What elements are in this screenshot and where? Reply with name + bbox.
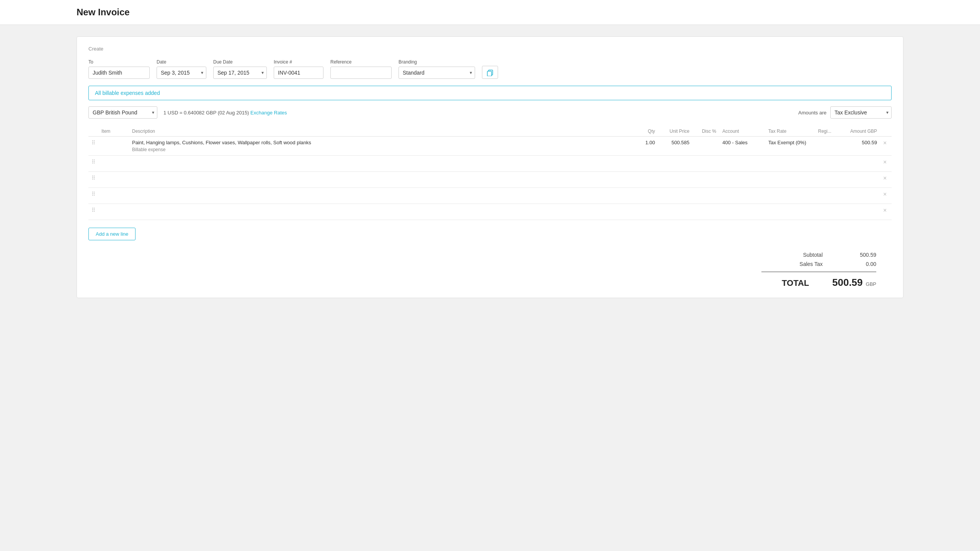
exchange-info: 1 USD = 0.640082 GBP (02 Aug 2015) Excha… [163, 110, 287, 116]
row1-item-input[interactable] [101, 140, 126, 147]
date-select-wrapper[interactable]: Sep 3, 2015 [157, 67, 206, 79]
currency-select[interactable]: GBP British Pound [88, 106, 157, 119]
total-currency: GBP [866, 281, 876, 287]
table-row: ⠿ × [88, 156, 892, 172]
branding-label: Branding [399, 59, 475, 65]
copy-button[interactable] [482, 66, 498, 79]
subtotal-value: 500.59 [846, 252, 876, 258]
col-account-header: Account [719, 126, 765, 137]
due-date-label: Due Date [213, 59, 267, 65]
to-label: To [88, 59, 150, 65]
row1-description-text: Paint, Hanging lamps, Cushions, Flower v… [132, 140, 628, 145]
delete-icon[interactable]: × [883, 207, 887, 214]
exchange-rates-link[interactable]: Exchange Rates [250, 110, 287, 116]
reference-label: Reference [330, 59, 392, 65]
row1-delete[interactable]: × [880, 137, 892, 156]
amounts-are: Amounts are Tax Exclusive [798, 106, 892, 119]
form-row: To Date Sep 3, 2015 Due Date Sep 17, 201… [88, 59, 892, 79]
invoice-input[interactable] [274, 67, 323, 79]
billable-notice: All billable expenses added [88, 86, 892, 100]
row1-qty: 1.00 [631, 137, 658, 156]
col-disc-header: Disc % [693, 126, 719, 137]
sales-tax-label: Sales Tax [784, 261, 823, 267]
row1-desc: Paint, Hanging lamps, Cushions, Flower v… [129, 137, 631, 156]
row1-regi [815, 137, 838, 156]
page-header: New Invoice [0, 0, 980, 25]
copy-icon [486, 68, 494, 76]
reference-input[interactable] [330, 67, 392, 79]
page-title: New Invoice [77, 7, 965, 18]
row1-unit-price: 500.585 [658, 137, 693, 156]
invoice-label: Invoice # [274, 59, 323, 65]
row1-item[interactable] [98, 137, 129, 156]
col-drag-header [88, 126, 98, 137]
subtotal-label: Subtotal [784, 252, 823, 258]
totals-section: Subtotal 500.59 Sales Tax 0.00 TOTAL 500… [88, 252, 892, 289]
branding-select-wrapper[interactable]: Standard [399, 67, 475, 79]
row1-billable-label: Billable expense [132, 147, 628, 152]
col-qty-header: Qty [631, 126, 658, 137]
table-header: Item Description Qty Unit Price Disc % A… [88, 126, 892, 137]
col-item-header: Item [98, 126, 129, 137]
invoice-card: Create To Date Sep 3, 2015 Due Date [77, 36, 903, 298]
invoice-field-group: Invoice # [274, 59, 323, 79]
currency-select-wrapper[interactable]: GBP British Pound [88, 106, 157, 119]
delete-icon[interactable]: × [883, 175, 887, 181]
table-row: ⠿ × [88, 172, 892, 188]
drag-handle[interactable]: ⠿ [88, 137, 98, 156]
add-new-line-button[interactable]: Add a new line [88, 228, 136, 240]
reference-field-group: Reference [330, 59, 392, 79]
svg-rect-1 [487, 71, 492, 76]
total-divider [761, 272, 876, 272]
main-content: Create To Date Sep 3, 2015 Due Date [0, 25, 980, 310]
table-row: ⠿ × [88, 204, 892, 220]
due-date-select[interactable]: Sep 17, 2015 [213, 67, 267, 79]
line-items-table: Item Description Qty Unit Price Disc % A… [88, 126, 892, 220]
create-label: Create [88, 46, 892, 52]
tax-type-select-wrapper[interactable]: Tax Exclusive [830, 106, 892, 119]
tax-type-select[interactable]: Tax Exclusive [830, 106, 892, 119]
subtotal-row: Subtotal 500.59 [784, 252, 876, 258]
grand-total-row: TOTAL 500.59 GBP [771, 277, 876, 289]
table-body: ⠿ Paint, Hanging lamps, Cushions, Flower… [88, 137, 892, 220]
delete-icon[interactable]: × [883, 140, 887, 146]
row1-account: 400 - Sales [719, 137, 765, 156]
col-desc-header: Description [129, 126, 631, 137]
date-field-group: Date Sep 3, 2015 [157, 59, 206, 79]
col-amount-header: Amount GBP [838, 126, 880, 137]
due-date-field-group: Due Date Sep 17, 2015 [213, 59, 267, 79]
row1-disc [693, 137, 719, 156]
currency-row: GBP British Pound 1 USD = 0.640082 GBP (… [88, 106, 892, 119]
col-regi-header: Regi... [815, 126, 838, 137]
to-input[interactable] [88, 67, 150, 79]
col-tax-header: Tax Rate [765, 126, 815, 137]
date-select[interactable]: Sep 3, 2015 [157, 67, 206, 79]
copy-button-group [482, 59, 498, 79]
delete-icon[interactable]: × [883, 159, 887, 165]
total-label: TOTAL [771, 278, 809, 288]
amounts-are-label: Amounts are [798, 110, 826, 116]
table-row: ⠿ × [88, 188, 892, 204]
date-label: Date [157, 59, 206, 65]
sales-tax-value: 0.00 [846, 261, 876, 267]
col-unit-header: Unit Price [658, 126, 693, 137]
sales-tax-row: Sales Tax 0.00 [784, 261, 876, 267]
row1-amount: 500.59 [838, 137, 880, 156]
table-row: ⠿ Paint, Hanging lamps, Cushions, Flower… [88, 137, 892, 156]
to-field-group: To [88, 59, 150, 79]
col-del-header [880, 126, 892, 137]
total-value: 500.59 [832, 277, 863, 289]
branding-field-group: Branding Standard [399, 59, 475, 79]
due-date-select-wrapper[interactable]: Sep 17, 2015 [213, 67, 267, 79]
row1-tax-rate: Tax Exempt (0%) [765, 137, 815, 156]
delete-icon[interactable]: × [883, 191, 887, 197]
branding-select[interactable]: Standard [399, 67, 475, 79]
